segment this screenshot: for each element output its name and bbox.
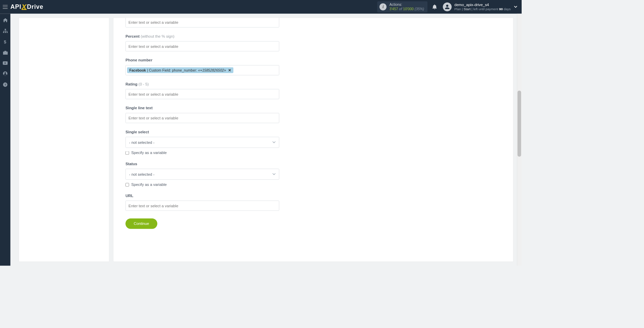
svg-rect-5 — [3, 52, 8, 55]
left-panel — [19, 18, 109, 262]
hamburger-menu-button[interactable] — [0, 0, 11, 14]
sidebar-profile[interactable] — [3, 72, 7, 76]
number-field: Number (numbers after the dot: 1) — [125, 18, 279, 27]
content-panel: Number (numbers after the dot: 1) Percen… — [113, 18, 514, 262]
remove-tag-icon[interactable]: ✕ — [228, 68, 231, 72]
phone-variable-tag[interactable]: Facebook | Custom Field: phone_number: «… — [127, 67, 234, 73]
actions-values: 3'457 of 10'000 (35%) — [389, 7, 424, 11]
singleselect-value: - not selected - — [129, 140, 155, 144]
main-area: Number (numbers after the dot: 1) Percen… — [11, 14, 522, 266]
percent-input[interactable] — [125, 41, 279, 52]
rating-input[interactable] — [125, 89, 279, 99]
logo-part-2: X — [22, 4, 27, 10]
status-field: Status - not selected - Specify as a var… — [125, 161, 279, 187]
status-variable-checkbox[interactable]: Specify as a variable — [125, 182, 279, 187]
actions-box[interactable]: i Actions: 3'457 of 10'000 (35%) — [377, 1, 427, 12]
status-dropdown[interactable]: - not selected - — [125, 169, 279, 179]
chevron-down-icon — [273, 141, 276, 143]
question-icon: ? — [3, 82, 7, 87]
briefcase-icon — [3, 51, 8, 55]
svg-text:?: ? — [4, 83, 6, 86]
svg-point-9 — [4, 72, 6, 74]
svg-rect-0 — [4, 29, 6, 30]
hamburger-icon — [3, 5, 8, 9]
logo[interactable]: API X Drive — [11, 3, 43, 11]
logo-part-3: Drive — [27, 3, 43, 11]
topbar: API X Drive i Actions: 3'457 of 10'000 (… — [0, 0, 522, 14]
rating-input-text[interactable] — [128, 92, 276, 96]
svg-rect-1 — [3, 32, 4, 33]
topbar-right: i Actions: 3'457 of 10'000 (35%) demo_ap… — [377, 0, 522, 14]
singleselect-field: Single select - not selected - Specify a… — [125, 130, 279, 155]
hierarchy-icon — [3, 29, 8, 33]
youtube-icon — [3, 61, 8, 65]
page-scrollbar[interactable] — [517, 14, 522, 266]
scrollbar-thumb[interactable] — [518, 91, 521, 156]
actions-text: Actions: 3'457 of 10'000 (35%) — [389, 3, 424, 11]
url-field: URL — [125, 193, 279, 211]
sidebar-billing[interactable]: $ — [4, 40, 6, 44]
rating-field: Rating (0 - 5) — [125, 82, 279, 99]
percent-field: Percent (without the % sign) — [125, 34, 279, 51]
phone-label: Phone number — [125, 58, 279, 62]
phone-field: Phone number Facebook | Custom Field: ph… — [125, 58, 279, 75]
svg-rect-6 — [4, 51, 6, 52]
avatar-icon — [443, 2, 451, 11]
singleline-input[interactable] — [125, 113, 279, 123]
singleselect-dropdown[interactable]: - not selected - — [125, 137, 279, 148]
user-menu-toggle[interactable] — [514, 6, 517, 8]
status-variable-checkbox-input[interactable] — [125, 183, 129, 187]
singleselect-variable-checkbox-input[interactable] — [125, 151, 129, 155]
sidebar-help[interactable]: ? — [3, 82, 7, 87]
plan-info: Plan | Start | left until payment 90 day… — [454, 7, 510, 11]
user-block[interactable]: demo_apix-drive_s4 Plan | Start | left u… — [443, 2, 510, 11]
singleselect-label: Single select — [125, 130, 279, 134]
sidebar-connections[interactable] — [3, 29, 8, 33]
svg-rect-2 — [5, 32, 6, 33]
mapping-form: Number (numbers after the dot: 1) Percen… — [125, 18, 279, 229]
user-text: demo_apix-drive_s4 Plan | Start | left u… — [454, 3, 510, 11]
bell-icon — [432, 4, 437, 9]
user-icon — [3, 72, 7, 76]
chevron-down-icon — [514, 6, 517, 8]
url-input[interactable] — [125, 200, 279, 211]
number-input[interactable] — [125, 18, 279, 27]
notifications-button[interactable] — [432, 4, 437, 9]
info-icon: i — [380, 3, 387, 11]
status-value: - not selected - — [129, 172, 155, 176]
url-label: URL — [125, 193, 279, 198]
logo-part-1: API — [11, 3, 21, 11]
svg-text:$: $ — [4, 40, 6, 44]
url-input-text[interactable] — [128, 204, 276, 208]
singleline-input-text[interactable] — [128, 116, 276, 120]
percent-input-text[interactable] — [128, 44, 276, 49]
rating-label: Rating (0 - 5) — [125, 82, 279, 86]
phone-input[interactable]: Facebook | Custom Field: phone_number: «… — [125, 65, 279, 75]
username: demo_apix-drive_s4 — [454, 3, 510, 7]
dollar-icon: $ — [4, 40, 6, 44]
sidebar-home[interactable] — [3, 18, 8, 22]
singleline-label: Single line text — [125, 106, 279, 110]
actions-label: Actions: — [389, 3, 424, 7]
singleline-field: Single line text — [125, 106, 279, 123]
chevron-down-icon — [273, 173, 276, 175]
sidebar: $ ? — [0, 14, 11, 266]
status-label: Status — [125, 161, 279, 166]
sidebar-briefcase[interactable] — [3, 51, 8, 55]
home-icon — [3, 18, 8, 22]
percent-label: Percent (without the % sign) — [125, 34, 279, 38]
singleselect-variable-checkbox[interactable]: Specify as a variable — [125, 151, 279, 155]
sidebar-video[interactable] — [3, 61, 8, 65]
number-input-text[interactable] — [128, 20, 276, 25]
svg-rect-3 — [6, 32, 7, 33]
continue-button[interactable]: Continue — [125, 218, 157, 229]
